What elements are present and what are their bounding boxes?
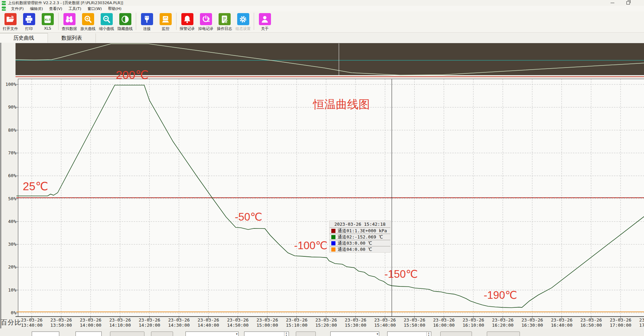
tooltip-rows: 通道01:1.3E+000 kPa通道02:-152.069 ℃通道03:0.0… [330, 227, 390, 252]
x-axis-label: 23-03-2616:20:00 [488, 317, 517, 328]
x-axis-label: 23-03-2614:00:00 [76, 317, 105, 328]
spinner-arrows-icon: ▴▾ [284, 332, 288, 336]
chart-annotation: 恒温曲线图 [313, 99, 370, 111]
chevron-down-icon: ▾ [236, 332, 238, 336]
x-axis-label: 23-03-2615:00:00 [252, 317, 282, 328]
y-axis-label: 50% [8, 196, 16, 201]
channel-value-text: 通道01:1.3E+000 kPa [338, 228, 387, 234]
y-axis-labels: 100%90%80%70%60%50%40%30%20%10%0% [0, 0, 16, 336]
x-axis-label: 23-03-2616:30:00 [517, 317, 547, 328]
chart-annotation: 200℃ [116, 69, 149, 81]
bottom-input[interactable] [32, 332, 59, 336]
channel-color-swatch [331, 229, 335, 233]
chart-annotation: 25℃ [23, 181, 48, 193]
x-axis-label: 23-03-2615:20:00 [311, 317, 341, 328]
bottom-input[interactable] [76, 332, 102, 336]
bottom-spinner[interactable]: ▴▾ [244, 332, 289, 336]
overview-strip [16, 43, 644, 75]
x-axis-label: 23-03-2613:50:00 [46, 317, 76, 328]
x-axis-label: 23-03-2616:40:00 [547, 317, 576, 328]
bottom-dropdown[interactable]: ▾ [185, 332, 239, 336]
x-axis-label: 23-03-2616:50:00 [576, 317, 606, 328]
app-window: { "window": { "title": "上位机数据管理软件 V2.2.2… [0, 0, 644, 336]
chart-annotation: -150℃ [384, 269, 418, 280]
tooltip-channel-row: 通道04:0.00 ℃ [330, 246, 390, 252]
x-axis-label: 23-03-2614:20:00 [135, 317, 164, 328]
channel-value-text: 通道03:0.00 ℃ [338, 240, 372, 246]
y-axis-label: 80% [8, 128, 16, 133]
y-axis-label: 40% [8, 219, 16, 224]
chart-annotation: -190℃ [484, 290, 517, 301]
bottom-button[interactable] [151, 332, 173, 336]
channel-color-swatch [331, 235, 335, 239]
chevron-down-icon: ▾ [376, 332, 378, 336]
x-axis-label: 23-03-2616:00:00 [429, 317, 459, 328]
bottom-button[interactable] [440, 332, 472, 336]
channel-color-swatch [331, 247, 335, 252]
y-axis-label: 90% [8, 104, 16, 110]
bottom-button[interactable] [110, 332, 144, 336]
chart-annotation: -50℃ [235, 212, 262, 223]
channel-value-text: 通道04:0.00 ℃ [338, 246, 372, 253]
tooltip-channel-row: 通道02:-152.069 ℃ [330, 234, 390, 240]
cursor-tooltip: 2023-03-26 15:42:18 通道01:1.3E+000 kPa通道0… [329, 221, 391, 253]
history-chart[interactable] [0, 0, 644, 336]
channel-value-text: 通道02:-152.069 ℃ [338, 234, 383, 240]
tooltip-timestamp: 2023-03-26 15:42:18 [330, 221, 390, 227]
bottom-spinner[interactable]: ▴▾ [387, 332, 431, 336]
bottom-dropdown[interactable]: ▾ [330, 332, 379, 336]
y-axis-label: 10% [8, 287, 16, 293]
x-axis-label: 23-03-2614:50:00 [223, 317, 253, 328]
x-axis-label: 23-03-2615:30:00 [341, 317, 370, 328]
x-axis-label: 23-03-2616:10:00 [459, 317, 488, 328]
y-axis-label: 70% [8, 150, 16, 155]
x-axis-label: 23-03-2617:10:00 [635, 317, 644, 328]
bottom-bar: ▾▴▾▾▴▾ [0, 328, 644, 336]
x-axis-label: 23-03-2614:40:00 [193, 317, 223, 328]
x-axis-label: 23-03-2615:50:00 [400, 317, 429, 328]
tooltip-channel-row: 通道03:0.00 ℃ [330, 240, 390, 246]
spinner-arrows-icon: ▴▾ [426, 332, 431, 336]
y-axis-label: 60% [8, 173, 16, 178]
x-axis-label: 23-03-2615:40:00 [370, 317, 400, 328]
y-axis-label: 100% [6, 82, 16, 87]
y-axis-unit-label: 百分比 [1, 318, 21, 327]
x-axis-label: 23-03-2617:00:00 [606, 317, 635, 328]
x-axis-label: 23-03-2615:10:00 [282, 317, 312, 328]
channel-color-swatch [331, 241, 335, 245]
tooltip-channel-row: 通道01:1.3E+000 kPa [330, 227, 390, 234]
y-axis-label: 20% [8, 264, 16, 269]
x-axis-label: 23-03-2614:30:00 [164, 317, 194, 328]
x-axis-label: 23-03-2614:10:00 [105, 317, 135, 328]
x-axis-labels: 23-03-2613:40:0023-03-2613:50:0023-03-26… [0, 317, 644, 328]
bottom-button[interactable] [296, 332, 316, 336]
y-axis-label: 30% [8, 242, 16, 247]
chart-annotation: -100℃ [294, 240, 328, 252]
bottom-button[interactable] [487, 332, 520, 336]
y-axis-label: 0% [11, 310, 16, 315]
